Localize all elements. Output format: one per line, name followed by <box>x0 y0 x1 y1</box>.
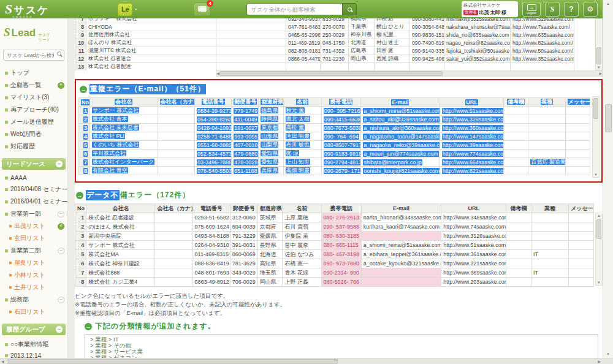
cell: 京都府 <box>257 222 283 232</box>
table-row[interactable]: 6株式会社 神奈川建設 088-836-8419781-3629高知県石橋 憲一… <box>75 259 594 268</box>
table-row[interactable]: 8有限会社 青空 078-540-5503651-1168兵庫県高畑 明慶090… <box>79 167 590 175</box>
sidebar-menu-item[interactable]: 再アプローチ(40) <box>0 104 67 116</box>
table-row[interactable]: 2株式会社 倉本 054-390-8293411-0049静岡県堀北 太樹090… <box>79 115 590 124</box>
cell: 054-390-8293 <box>194 115 231 124</box>
sidebar-menu-item[interactable]: トップ <box>0 67 67 79</box>
sidebar-scroll-track[interactable] <box>67 18 75 358</box>
sidebar-menu-item[interactable]: 対応履歴 <box>0 140 67 153</box>
global-search-input[interactable] <box>246 3 342 15</box>
chevron-down-icon[interactable]: ▼ <box>134 7 137 11</box>
sidebar-menu-item[interactable]: マイリスト(3) <box>0 91 67 104</box>
minus-icon[interactable] <box>58 248 64 254</box>
scroll-down-icon[interactable]: ▼ <box>597 65 601 70</box>
sidebar-menu-item[interactable]: 全顧客一覧 <box>0 79 67 91</box>
table-row[interactable]: 13株式会社 忍者配達 <box>75 63 595 71</box>
scrollbar-thumb[interactable] <box>593 98 598 119</box>
scroll-right-icon[interactable]: ▶ <box>598 359 601 364</box>
scrollbar-thumb[interactable] <box>7 359 338 364</box>
sidebar-list-item[interactable]: 営業第一部 <box>0 208 67 220</box>
page-vertical-scrollbar[interactable]: ▲ ▼ <box>603 0 613 358</box>
sidebar-list-item[interactable]: 営業第二部 <box>0 245 67 257</box>
sidebar-list-item[interactable]: AAAA <box>0 173 67 183</box>
cell: 村山 達士 <box>375 39 410 47</box>
table-row[interactable]: 2のほほん 株式会社 075-609-1624604-0039京都府石川 貴嶺0… <box>75 222 594 232</box>
sidebar-list-item[interactable]: 2016/04/08 セミナー <box>0 183 67 195</box>
sidebar-list-item[interactable]: 屋良リスト <box>0 257 67 269</box>
scroll-down-icon[interactable]: ▼ <box>597 280 601 285</box>
cell: 上山 知世 <box>283 158 321 167</box>
cell: 静岡県 <box>259 115 283 124</box>
table-row[interactable]: 7株式会社インターパーク 03-3496-7888478-0029愛知県上山 知… <box>79 158 590 167</box>
table-row[interactable]: 3株式会社 未来忍者 0428-04-1091191-0027東京都高松 薫08… <box>79 124 590 132</box>
sidebar-section-historygroup[interactable]: 履歴グループ <box>2 324 66 335</box>
table-row[interactable]: 5くのいち 株式会社 0551-68-2882407-0010山梨県布川 敏也0… <box>79 141 590 150</box>
cell: 090-3415-6636 <box>321 115 360 124</box>
minus-icon[interactable] <box>58 297 64 303</box>
table-row[interactable]: 7株式会社888 048-801-7693343-0029埼玉県青木 花緑090… <box>75 268 594 278</box>
sidebar-list-item[interactable]: 玄田リスト <box>0 232 67 245</box>
sidebar-section-leadsource[interactable]: リードソース <box>2 158 66 170</box>
sasuke-logo[interactable]: S サスケ saaske <box>5 1 33 17</box>
page-horizontal-scrollbar[interactable]: ◀ ▶ <box>0 358 613 364</box>
cell <box>216 47 286 55</box>
scroll-left-icon[interactable]: ◀ <box>216 71 219 76</box>
sidebar-list-item[interactable]: 総務部 <box>0 294 67 306</box>
settings-button[interactable]: ⚙ <box>583 2 598 17</box>
sidebar-list-item[interactable]: ○○事業部情報 <box>0 338 67 351</box>
scrollbar-thumb[interactable] <box>596 47 601 64</box>
messages-button[interactable]: 4 <box>194 2 211 16</box>
sidebar-list-item[interactable]: 出茂リスト <box>0 220 67 232</box>
table-vertical-scrollbar[interactable]: ▼ <box>592 96 600 178</box>
plus-icon[interactable] <box>58 223 64 230</box>
sidebar-list-item[interactable]: 小林リスト <box>0 269 67 281</box>
scrollbar-thumb[interactable] <box>605 104 612 132</box>
table-row[interactable]: 8CHIYODA 047-761-8483276-0070千葉県横山 ひとり09… <box>75 23 595 31</box>
scroll-down-icon[interactable]: ▼ <box>603 352 613 357</box>
collapse-icon[interactable] <box>56 326 63 333</box>
lead-app-badge[interactable]: Le <box>118 3 132 16</box>
table-row[interactable]: 8株式会社 カジ工業4 0863-49-8912706-0029岡山県上野 正義… <box>75 278 594 287</box>
sidebar-list-item[interactable]: 2016/04/01 セミナー <box>0 195 67 208</box>
table-row[interactable]: 4株式会社 PLI 0258-71-6488993-0055山形県滝田 明慶09… <box>79 132 590 141</box>
main-content: 7ホラフキー 株式会社 092-340-9037833-0029福岡県田秋 鮎0… <box>75 18 603 358</box>
help-button[interactable]: ? <box>564 2 579 17</box>
cell: 0465-65-2996 <box>286 31 321 39</box>
table-row[interactable]: 1株式会社 忍者建設 0293-51-6582312-0060茨城県上原 里穂0… <box>75 213 594 222</box>
table-row[interactable]: 12株式会社 忍者連合 0866-05-4479701-2230岡山県西尾 詩織… <box>75 55 595 63</box>
table-row[interactable]: 4サンポー 株式会社 0264-04-9310391-0031長野県畠中 麗奈0… <box>75 241 594 250</box>
global-search-button[interactable] <box>342 3 357 15</box>
sidebar-list-item[interactable]: 土井リスト <box>0 281 67 294</box>
collapse-icon[interactable] <box>56 161 63 167</box>
sidebar-search-input[interactable] <box>3 50 64 61</box>
table-row[interactable]: 1サンポー 株式会社 0884-39-9271779-1749徳島県秋元 薫09… <box>79 107 590 115</box>
scroll-right-icon[interactable]: ▶ <box>599 71 602 76</box>
table-row[interactable]: 7ホラフキー 株式会社 092-340-9037833-0029福岡県田秋 鮎0… <box>75 18 595 23</box>
bullet-icon <box>5 200 8 203</box>
scroll-down-icon[interactable]: ▼ <box>594 172 598 177</box>
scrollbar-thumb[interactable] <box>596 219 601 239</box>
sidebar-list-item[interactable]: 2013.12.14 <box>0 351 67 358</box>
sidebar-list-item[interactable]: 石田リスト <box>0 306 67 318</box>
table-vertical-scrollbar[interactable]: ▲ ▼ <box>595 213 603 286</box>
table-row[interactable]: 5株式会社MA 011-469-8315060-0069北海道佐伯 なつみ080… <box>75 250 594 259</box>
scroll-up-icon[interactable]: ▲ <box>603 1 613 6</box>
table-horizontal-scrollbar[interactable]: ◀ ▶ <box>216 70 603 77</box>
cell <box>569 278 594 287</box>
table-row[interactable]: 3新潟中央病院 0493-84-8168791-3229愛媛県伊集院 薫080-… <box>75 232 594 241</box>
table-row[interactable]: 11瀬屋川TTC 株式会社 082-808-9181731-4352広島県田所 … <box>75 47 595 55</box>
lead-logo[interactable]: S Lead サスケリード <box>0 18 67 46</box>
table-row[interactable]: 10ほんのり 株式会社 011-469-2819048-1750北海道村山 達士… <box>75 39 595 47</box>
sidebar-menu-item[interactable]: Web訪問者 <box>0 128 67 140</box>
scroll-up-icon[interactable]: ▲ <box>597 213 601 218</box>
scrollbar-thumb[interactable] <box>219 71 443 76</box>
sidebar-menu-item[interactable]: メール送信履歴 <box>0 116 67 128</box>
cell <box>565 158 590 167</box>
table-vertical-scrollbar[interactable]: ▼ <box>595 18 603 70</box>
scroll-left-icon[interactable]: ◀ <box>1 359 4 364</box>
sasuke-home-button[interactable]: S <box>545 2 560 17</box>
logout-button[interactable]: → Logout <box>522 2 541 17</box>
plus-icon[interactable] <box>58 82 64 89</box>
minus-icon[interactable] <box>58 211 64 218</box>
table-row[interactable]: 6平川株式会社 052-534-4573479-0880愛知県梶 涼090-91… <box>79 150 590 158</box>
table-row[interactable]: 9佐用佐用株式会社 0465-65-2996250-0029神奈川県柳 紀里09… <box>75 31 595 39</box>
